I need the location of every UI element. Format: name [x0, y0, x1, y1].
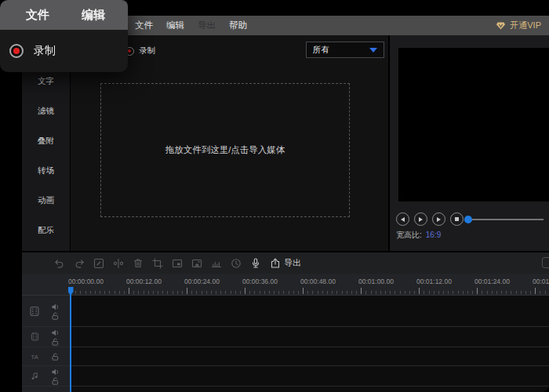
- text-track-header: TA: [22, 347, 71, 365]
- track-toggles: [47, 303, 63, 320]
- stop-button[interactable]: [450, 212, 464, 226]
- ruler-timestamp: 00:00:00.00: [68, 278, 104, 285]
- text-track: TA: [22, 347, 549, 366]
- export-icon: [269, 257, 282, 270]
- music-track-icon: [22, 371, 47, 381]
- speed-button[interactable]: [230, 257, 242, 270]
- lock-toggle[interactable]: [51, 338, 59, 346]
- menubar-item[interactable]: 文件: [135, 20, 153, 31]
- lock-toggle[interactable]: [51, 377, 59, 385]
- menu-edit-tab[interactable]: 编辑: [82, 8, 105, 23]
- ruler-timestamp: 00:00:24.00: [184, 278, 220, 285]
- seek-bar[interactable]: [472, 219, 544, 220]
- ruler-major-ticks: [71, 288, 549, 294]
- record-item-label: 录制: [34, 44, 56, 58]
- vip-button[interactable]: 开通VIP: [496, 20, 541, 31]
- edit-icon: [93, 257, 105, 270]
- aspect-value[interactable]: 16:9: [426, 230, 441, 239]
- voice-track: [22, 387, 549, 392]
- music-icon: [30, 371, 40, 381]
- video-track-2-lane[interactable]: [71, 327, 549, 347]
- crop-button[interactable]: [151, 257, 164, 270]
- ruler-timestamp: 00:00:12.00: [126, 278, 162, 285]
- track-toggles: [47, 368, 63, 385]
- import-dropzone[interactable]: 拖放文件到这里/点击导入媒体: [100, 83, 350, 217]
- trash-icon: [132, 257, 144, 270]
- track-list: TA: [22, 296, 549, 392]
- callout-menu-item-record[interactable]: 录制: [0, 30, 128, 72]
- ruler-timestamp: 00:01:24.00: [474, 278, 510, 285]
- export-button[interactable]: 导出: [269, 257, 301, 270]
- ruler-timestamp: 00:01:00.00: [358, 278, 394, 285]
- voice-track-header: [22, 387, 71, 392]
- zoom-fit-icon[interactable]: [542, 257, 549, 268]
- timeline-toolbar: 导出: [22, 252, 549, 274]
- media-filter-dropdown[interactable]: 所有: [306, 42, 384, 58]
- record-tab[interactable]: 录制: [125, 45, 155, 56]
- menubar-item[interactable]: 帮助: [229, 20, 247, 31]
- ruler-timestamp: 00:01:36.00: [533, 278, 549, 285]
- track-toggles: [47, 353, 63, 361]
- film-track-icon: [22, 332, 47, 342]
- text-track-icon: TA: [22, 351, 47, 361]
- aspect-ratio: 宽高比:16:9: [396, 230, 441, 241]
- film-icon: [30, 332, 40, 342]
- music-track-lane[interactable]: [71, 366, 549, 386]
- pip-button[interactable]: [171, 257, 184, 270]
- lock-toggle[interactable]: [51, 353, 59, 361]
- film-icon: [28, 305, 41, 318]
- lock-icon: [51, 353, 59, 361]
- menubar-items: 文件编辑导出帮助: [135, 20, 260, 31]
- sidebar-item[interactable]: 配乐: [22, 216, 70, 245]
- record-tab-label: 录制: [139, 45, 155, 56]
- play-icon: [419, 217, 423, 222]
- lock-icon: [51, 377, 59, 385]
- menubar-item[interactable]: 编辑: [166, 20, 184, 31]
- ruler-timestamp: 00:01:12.00: [416, 278, 452, 285]
- text-icon: TA: [30, 351, 40, 361]
- mute-toggle[interactable]: [51, 303, 59, 310]
- mute-toggle[interactable]: [51, 328, 59, 336]
- next-frame-button[interactable]: [432, 212, 445, 226]
- edit-button[interactable]: [93, 257, 105, 270]
- voice-track-lane[interactable]: [71, 387, 549, 392]
- menu-file-tab[interactable]: 文件: [26, 8, 49, 23]
- mic-icon: [249, 257, 262, 270]
- timeline-ruler[interactable]: 00:00:00.0000:00:12.0000:00:24.0000:00:3…: [22, 274, 549, 296]
- previous-frame-button[interactable]: [396, 212, 409, 226]
- menubar-item: 导出: [198, 20, 216, 31]
- track-toggles: [47, 328, 63, 346]
- stop-icon: [455, 217, 459, 221]
- mute-toggle[interactable]: [51, 368, 59, 376]
- green-screen-button[interactable]: [191, 257, 203, 270]
- sidebar-item[interactable]: 动画: [22, 186, 70, 216]
- video-track-1-lane[interactable]: [71, 296, 549, 326]
- split-button[interactable]: [112, 257, 125, 270]
- speaker-icon: [51, 303, 59, 310]
- video-track-2: [22, 327, 549, 347]
- voiceover-button[interactable]: [249, 257, 262, 270]
- seek-thumb[interactable]: [464, 216, 472, 223]
- text-track-lane[interactable]: [71, 347, 549, 365]
- levels-icon: [210, 257, 223, 270]
- sidebar-item[interactable]: 滤镜: [22, 96, 70, 126]
- play-button[interactable]: [414, 212, 427, 226]
- lock-toggle[interactable]: [51, 312, 59, 320]
- timeline: 导出 00:00:00.0000:00:12.0000:00:24.0000:0…: [22, 251, 549, 392]
- chroma-icon: [191, 257, 203, 270]
- redo-icon: [73, 257, 85, 270]
- ruler-timestamp: 00:00:36.00: [242, 278, 278, 285]
- sidebar-item[interactable]: 转场: [22, 156, 70, 186]
- sidebar-item[interactable]: 叠附: [22, 126, 70, 156]
- audio-mixer-button[interactable]: [210, 257, 223, 270]
- undo-icon: [53, 257, 66, 270]
- undo-button[interactable]: [53, 257, 66, 270]
- app-window: 文件编辑导出帮助 开通VIP 文字滤镜叠附转场动画配乐 录制 所有: [0, 0, 549, 392]
- redo-button[interactable]: [73, 257, 85, 270]
- step-back-icon: [401, 217, 405, 222]
- speaker-icon: [51, 328, 59, 336]
- crop-icon: [151, 257, 164, 270]
- record-icon: [9, 44, 24, 58]
- delete-button[interactable]: [132, 257, 144, 270]
- media-filter-value: 所有: [313, 45, 329, 56]
